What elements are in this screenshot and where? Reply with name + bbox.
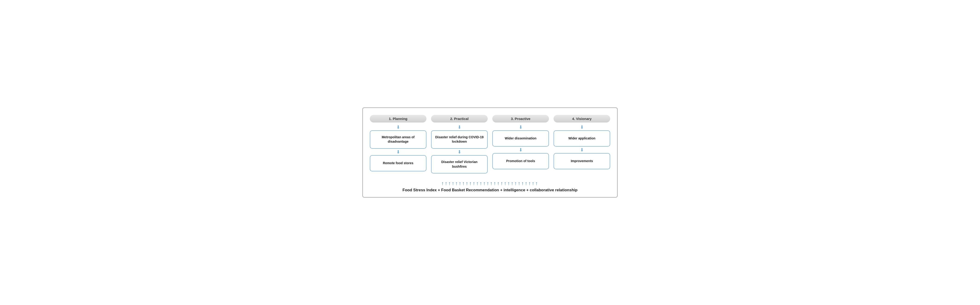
box-wider-application: Wider application [554,130,610,147]
box-disaster-bushfire: Disaster relief Victorian bushfires [431,155,488,174]
box-remote: Remote food stores [370,155,426,171]
arrow-down-2a: ⬇ [458,125,461,130]
column-visionary: 4. Visionary ⬇ Wider application ⬇ Impro… [554,115,610,174]
bottom-text: Food Stress Index + Food Basket Recommen… [402,188,578,193]
box-wider-dissemination: Wider dissemination [492,130,549,147]
header-proactive: 3. Proactive [492,115,549,123]
box-disaster-covid: Disaster relief during COVID-19 lockdown [431,130,488,149]
column-planning: 1. Planning ⬇ Metropolitan areas of disa… [370,115,426,174]
header-visionary: 4. Visionary [554,115,610,123]
arrow-down-4a: ⬇ [580,125,584,130]
arrow-down-4b: ⬇ [580,147,584,152]
arrow-down-1a: ⬇ [396,125,400,130]
header-planning: 1. Planning [370,115,426,123]
column-practical: 2. Practical ⬇ Disaster relief during CO… [431,115,488,174]
arrow-down-3b: ⬇ [519,147,523,152]
column-proactive: 3. Proactive ⬇ Wider dissemination ⬇ Pro… [492,115,549,174]
box-promotion-tools: Promotion of tools [492,153,549,169]
box-improvements: Improvements [554,153,610,169]
header-practical: 2. Practical [431,115,488,123]
arrow-down-1b: ⬇ [396,150,400,154]
diagram-container: 1. Planning ⬇ Metropolitan areas of disa… [363,107,617,198]
arrow-down-2b: ⬇ [458,150,461,154]
bottom-section: ↑↑↑↑↑↑↑↑↑↑↑↑↑↑↑↑↑↑↑↑↑↑↑↑↑↑↑↑ Food Stress… [370,180,610,193]
arrows-row: ↑↑↑↑↑↑↑↑↑↑↑↑↑↑↑↑↑↑↑↑↑↑↑↑↑↑↑↑ [441,180,539,186]
columns-grid: 1. Planning ⬇ Metropolitan areas of disa… [370,115,610,174]
arrow-down-3a: ⬇ [519,125,523,130]
box-metro: Metropolitan areas of disadvantage [370,130,426,149]
